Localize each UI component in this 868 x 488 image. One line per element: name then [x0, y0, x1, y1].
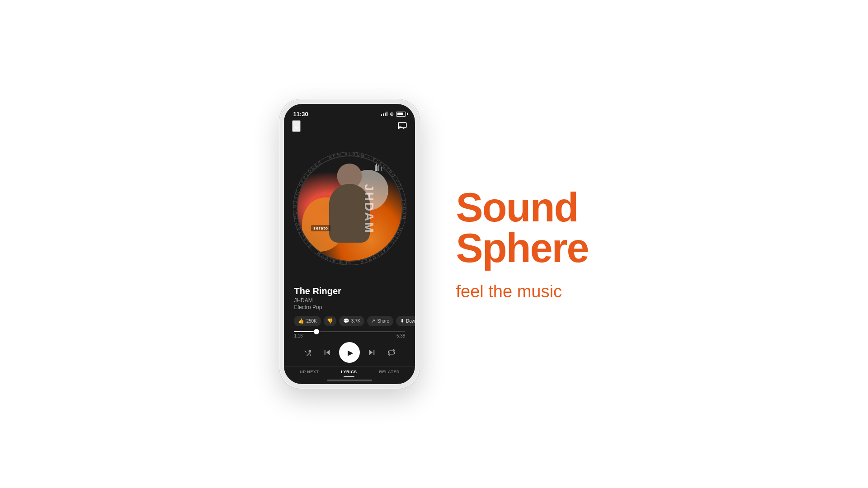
share-icon: ↗: [371, 318, 375, 324]
signal-bar-2: [383, 113, 384, 116]
signal-bar-3: [385, 113, 386, 116]
repeat-button[interactable]: [383, 344, 400, 361]
track-artist: JHDAM: [294, 297, 405, 304]
signal-bar-4: [387, 112, 388, 116]
svg-marker-3: [326, 350, 330, 355]
brand-name: Sound Sphere: [456, 187, 588, 268]
status-bar: 11:30 ⊛: [284, 104, 415, 118]
total-time: 5:38: [396, 333, 405, 338]
track-genre: Electro Pop: [294, 304, 405, 310]
previous-button[interactable]: [319, 344, 335, 361]
brand-line1: Sound: [456, 185, 578, 230]
phone-mockup: 11:30 ⊛ ⌄: [279, 99, 420, 389]
wifi-icon: ⊛: [390, 111, 394, 117]
home-indicator: [284, 378, 415, 384]
shuffle-button[interactable]: [299, 344, 316, 361]
share-button[interactable]: ↗ Share: [367, 316, 393, 326]
progress-thumb[interactable]: [314, 329, 319, 334]
plus-icon: +: [385, 163, 388, 170]
album-art-circle: + serato JHDAM: [297, 155, 403, 262]
like-button[interactable]: 👍 250K: [294, 316, 321, 326]
progress-times: 1:16 5:38: [294, 333, 405, 338]
tab-related[interactable]: RELATED: [376, 368, 403, 376]
album-art-wrapper: MUSIC EXPLORER · NEW ALBUM · ELECTRO POP…: [297, 155, 403, 262]
b6: [381, 163, 382, 171]
status-time: 11:30: [293, 111, 308, 117]
album-top-decoration: +: [375, 162, 388, 171]
camera-dot: [342, 112, 347, 116]
play-pause-button[interactable]: ▶: [339, 342, 360, 363]
battery-icon: [396, 112, 406, 117]
download-icon: ⬇: [400, 318, 404, 324]
action-buttons: 👍 250K 👎 💬 3.7K ↗ Share ⬇ Download: [284, 313, 415, 329]
share-label: Share: [377, 319, 389, 324]
thumbs-up-icon: 👍: [298, 318, 304, 324]
b1: [375, 165, 376, 171]
svg-point-1: [398, 128, 399, 128]
bottom-tabs: UP NEXT LYRICS RELATED: [284, 366, 415, 378]
dislike-button[interactable]: 👎: [324, 316, 336, 326]
download-label: Download: [406, 319, 415, 324]
play-triangle-icon: ▶: [348, 348, 353, 357]
comment-count: 3.7K: [351, 319, 361, 324]
progress-bar[interactable]: [294, 331, 405, 332]
b5: [380, 164, 381, 171]
tab-lyrics[interactable]: LYRICS: [337, 368, 360, 376]
playback-controls: ▶: [284, 339, 415, 366]
album-person: [297, 156, 402, 261]
progress-fill: [294, 331, 316, 332]
like-count: 250K: [306, 319, 316, 324]
next-button[interactable]: [363, 344, 380, 361]
serato-label: serato: [311, 225, 330, 231]
track-info: The Ringer JHDAM Electro Pop: [284, 282, 415, 313]
signal-bar-1: [381, 114, 382, 116]
signal-bars: [381, 112, 388, 116]
comments-button[interactable]: 💬 3.7K: [339, 316, 365, 326]
page-container: 11:30 ⊛ ⌄: [0, 0, 868, 488]
b4: [378, 162, 379, 171]
jhdam-text: JHDAM: [362, 184, 376, 234]
home-bar: [327, 380, 372, 381]
cast-button[interactable]: [398, 122, 407, 131]
brand-line2: Sphere: [456, 225, 588, 271]
track-title: The Ringer: [294, 286, 405, 296]
comment-icon: 💬: [343, 318, 349, 324]
phone-screen: 11:30 ⊛ ⌄: [284, 104, 415, 384]
status-icons: ⊛: [381, 111, 406, 117]
top-controls: ⌄: [284, 118, 415, 132]
barcode-lines: [375, 162, 382, 171]
download-button[interactable]: ⬇ Download: [396, 316, 415, 326]
battery-fill: [397, 113, 403, 115]
current-time: 1:16: [294, 333, 302, 338]
b2: [376, 163, 377, 171]
right-content: Sound Sphere feel the music: [456, 187, 588, 301]
chevron-down-button[interactable]: ⌄: [292, 120, 301, 132]
progress-section: 1:16 5:38: [284, 329, 415, 339]
album-art-container: MUSIC EXPLORER · NEW ALBUM · ELECTRO POP…: [284, 132, 415, 282]
brand-tagline: feel the music: [456, 282, 561, 301]
tab-up-next[interactable]: UP NEXT: [296, 368, 322, 376]
svg-marker-5: [369, 350, 373, 355]
b3: [377, 166, 378, 171]
thumbs-down-icon: 👎: [327, 318, 333, 324]
